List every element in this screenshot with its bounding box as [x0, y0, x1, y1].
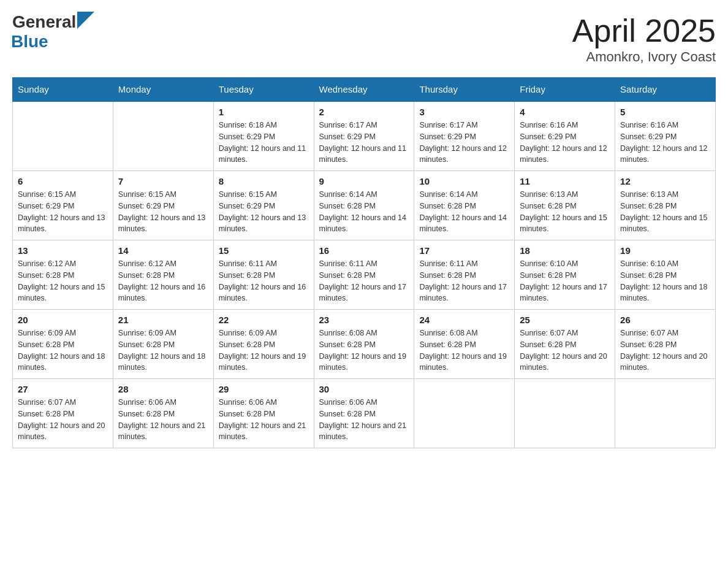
day-info: Sunrise: 6:15 AMSunset: 6:29 PMDaylight:…	[18, 189, 108, 235]
location: Amonkro, Ivory Coast	[572, 49, 716, 65]
day-info: Sunrise: 6:18 AMSunset: 6:29 PMDaylight:…	[219, 120, 309, 166]
calendar-day-cell: 5Sunrise: 6:16 AMSunset: 6:29 PMDaylight…	[615, 101, 716, 171]
calendar-day-cell: 15Sunrise: 6:11 AMSunset: 6:28 PMDayligh…	[213, 240, 314, 310]
calendar-day-cell: 11Sunrise: 6:13 AMSunset: 6:28 PMDayligh…	[515, 171, 615, 240]
calendar-day-cell: 1Sunrise: 6:18 AMSunset: 6:29 PMDaylight…	[213, 101, 314, 171]
calendar-day-cell: 17Sunrise: 6:11 AMSunset: 6:28 PMDayligh…	[414, 240, 515, 310]
calendar-day-cell: 23Sunrise: 6:08 AMSunset: 6:28 PMDayligh…	[314, 310, 414, 379]
calendar-day-cell: 28Sunrise: 6:06 AMSunset: 6:28 PMDayligh…	[113, 379, 213, 448]
calendar-day-cell	[414, 379, 515, 448]
day-number: 28	[118, 384, 208, 394]
calendar-week-row: 1Sunrise: 6:18 AMSunset: 6:29 PMDaylight…	[13, 101, 716, 171]
day-number: 25	[520, 315, 610, 325]
day-info: Sunrise: 6:09 AMSunset: 6:28 PMDaylight:…	[118, 327, 208, 373]
calendar-day-cell: 16Sunrise: 6:11 AMSunset: 6:28 PMDayligh…	[314, 240, 414, 310]
day-number: 10	[419, 176, 509, 186]
calendar-day-cell: 9Sunrise: 6:14 AMSunset: 6:28 PMDaylight…	[314, 171, 414, 240]
day-number: 6	[18, 176, 108, 186]
calendar-day-cell: 8Sunrise: 6:15 AMSunset: 6:29 PMDaylight…	[213, 171, 314, 240]
weekday-header: Saturday	[615, 78, 716, 102]
calendar-day-cell: 4Sunrise: 6:16 AMSunset: 6:29 PMDaylight…	[515, 101, 615, 171]
day-number: 18	[520, 245, 610, 256]
day-info: Sunrise: 6:14 AMSunset: 6:28 PMDaylight:…	[419, 189, 509, 235]
calendar-day-cell: 21Sunrise: 6:09 AMSunset: 6:28 PMDayligh…	[113, 310, 213, 379]
calendar-header-row: SundayMondayTuesdayWednesdayThursdayFrid…	[13, 78, 716, 102]
weekday-header: Sunday	[13, 78, 113, 102]
calendar-week-row: 27Sunrise: 6:07 AMSunset: 6:28 PMDayligh…	[13, 379, 716, 448]
day-info: Sunrise: 6:11 AMSunset: 6:28 PMDaylight:…	[419, 258, 509, 304]
calendar-day-cell: 2Sunrise: 6:17 AMSunset: 6:29 PMDaylight…	[314, 101, 414, 171]
day-number: 26	[620, 315, 710, 325]
day-info: Sunrise: 6:11 AMSunset: 6:28 PMDaylight:…	[219, 258, 309, 304]
day-info: Sunrise: 6:07 AMSunset: 6:28 PMDaylight:…	[520, 327, 610, 373]
calendar-week-row: 6Sunrise: 6:15 AMSunset: 6:29 PMDaylight…	[13, 171, 716, 240]
day-number: 4	[520, 107, 610, 117]
title-area: April 2025 Amonkro, Ivory Coast	[572, 12, 716, 65]
day-number: 13	[18, 245, 108, 256]
calendar-day-cell	[113, 101, 213, 171]
day-info: Sunrise: 6:09 AMSunset: 6:28 PMDaylight:…	[219, 327, 309, 373]
calendar-day-cell: 12Sunrise: 6:13 AMSunset: 6:28 PMDayligh…	[615, 171, 716, 240]
calendar-day-cell	[13, 101, 113, 171]
logo: General Blue	[12, 12, 94, 52]
day-number: 23	[319, 315, 409, 325]
day-info: Sunrise: 6:08 AMSunset: 6:28 PMDaylight:…	[319, 327, 409, 373]
day-info: Sunrise: 6:08 AMSunset: 6:28 PMDaylight:…	[419, 327, 509, 373]
day-number: 2	[319, 107, 409, 117]
day-number: 8	[219, 176, 309, 186]
logo-general-text: General	[12, 12, 76, 32]
calendar-day-cell	[615, 379, 716, 448]
logo-blue-text: Blue	[11, 32, 48, 52]
calendar-day-cell	[515, 379, 615, 448]
day-number: 19	[620, 245, 710, 256]
day-number: 5	[620, 107, 710, 117]
calendar-day-cell: 24Sunrise: 6:08 AMSunset: 6:28 PMDayligh…	[414, 310, 515, 379]
calendar-table: SundayMondayTuesdayWednesdayThursdayFrid…	[12, 77, 716, 448]
day-number: 30	[319, 384, 409, 394]
weekday-header: Tuesday	[213, 78, 314, 102]
day-info: Sunrise: 6:14 AMSunset: 6:28 PMDaylight:…	[319, 189, 409, 235]
day-info: Sunrise: 6:07 AMSunset: 6:28 PMDaylight:…	[620, 327, 710, 373]
day-number: 16	[319, 245, 409, 256]
day-info: Sunrise: 6:06 AMSunset: 6:28 PMDaylight:…	[319, 397, 409, 443]
month-title: April 2025	[572, 12, 716, 49]
calendar-day-cell: 13Sunrise: 6:12 AMSunset: 6:28 PMDayligh…	[13, 240, 113, 310]
day-info: Sunrise: 6:17 AMSunset: 6:29 PMDaylight:…	[319, 120, 409, 166]
day-info: Sunrise: 6:17 AMSunset: 6:29 PMDaylight:…	[419, 120, 509, 166]
day-number: 15	[219, 245, 309, 256]
weekday-header: Thursday	[414, 78, 515, 102]
day-info: Sunrise: 6:13 AMSunset: 6:28 PMDaylight:…	[520, 189, 610, 235]
day-info: Sunrise: 6:10 AMSunset: 6:28 PMDaylight:…	[520, 258, 610, 304]
day-info: Sunrise: 6:06 AMSunset: 6:28 PMDaylight:…	[118, 397, 208, 443]
day-number: 7	[118, 176, 208, 186]
day-number: 17	[419, 245, 509, 256]
day-info: Sunrise: 6:12 AMSunset: 6:28 PMDaylight:…	[18, 258, 108, 304]
calendar-day-cell: 26Sunrise: 6:07 AMSunset: 6:28 PMDayligh…	[615, 310, 716, 379]
calendar-day-cell: 18Sunrise: 6:10 AMSunset: 6:28 PMDayligh…	[515, 240, 615, 310]
calendar-day-cell: 7Sunrise: 6:15 AMSunset: 6:29 PMDaylight…	[113, 171, 213, 240]
day-number: 20	[18, 315, 108, 325]
day-number: 21	[118, 315, 208, 325]
day-number: 22	[219, 315, 309, 325]
weekday-header: Wednesday	[314, 78, 414, 102]
day-number: 24	[419, 315, 509, 325]
day-info: Sunrise: 6:13 AMSunset: 6:28 PMDaylight:…	[620, 189, 710, 235]
weekday-header: Friday	[515, 78, 615, 102]
calendar-day-cell: 14Sunrise: 6:12 AMSunset: 6:28 PMDayligh…	[113, 240, 213, 310]
day-info: Sunrise: 6:09 AMSunset: 6:28 PMDaylight:…	[18, 327, 108, 373]
calendar-day-cell: 3Sunrise: 6:17 AMSunset: 6:29 PMDaylight…	[414, 101, 515, 171]
day-info: Sunrise: 6:16 AMSunset: 6:29 PMDaylight:…	[620, 120, 710, 166]
page-header: General Blue April 2025 Amonkro, Ivory C…	[12, 12, 716, 65]
day-info: Sunrise: 6:12 AMSunset: 6:28 PMDaylight:…	[118, 258, 208, 304]
calendar-day-cell: 27Sunrise: 6:07 AMSunset: 6:28 PMDayligh…	[13, 379, 113, 448]
day-info: Sunrise: 6:07 AMSunset: 6:28 PMDaylight:…	[18, 397, 108, 443]
calendar-day-cell: 29Sunrise: 6:06 AMSunset: 6:28 PMDayligh…	[213, 379, 314, 448]
day-number: 12	[620, 176, 710, 186]
day-number: 11	[520, 176, 610, 186]
day-number: 27	[18, 384, 108, 394]
logo-triangle-icon	[77, 12, 94, 29]
calendar-week-row: 13Sunrise: 6:12 AMSunset: 6:28 PMDayligh…	[13, 240, 716, 310]
day-number: 9	[319, 176, 409, 186]
day-info: Sunrise: 6:06 AMSunset: 6:28 PMDaylight:…	[219, 397, 309, 443]
day-info: Sunrise: 6:10 AMSunset: 6:28 PMDaylight:…	[620, 258, 710, 304]
